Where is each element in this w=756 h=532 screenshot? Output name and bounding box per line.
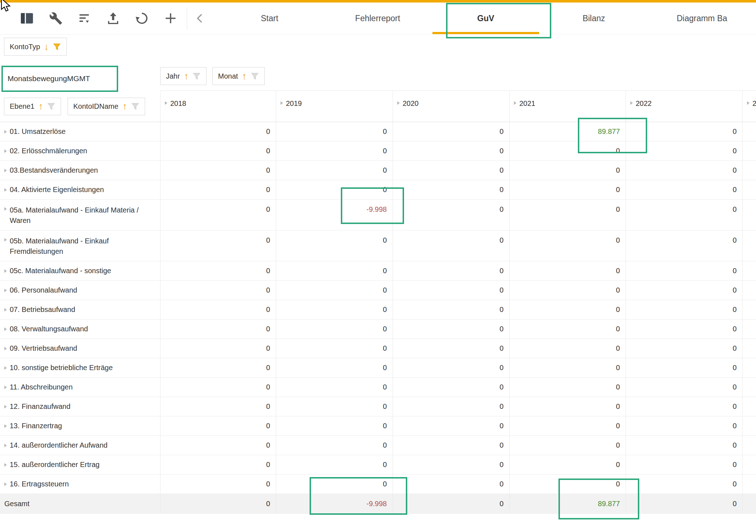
value-cell: 0	[509, 416, 626, 435]
filter-funnel-icon[interactable]	[47, 102, 55, 111]
row-label-cell[interactable]: 05c. Materialaufwand - sonstige	[0, 261, 160, 280]
expand-row-icon[interactable]	[4, 347, 7, 350]
filter-funnel-icon[interactable]	[251, 72, 259, 80]
pivot-table: Ebene1 ↑ KontoIDName ↑ 20182019202020212…	[0, 90, 756, 514]
expand-row-icon[interactable]	[4, 308, 7, 312]
row-label-cell[interactable]: 03.Bestandsveränderungen	[0, 161, 160, 180]
expand-column-icon[interactable]	[397, 101, 400, 105]
column-header-2020[interactable]: 2020	[393, 90, 509, 122]
sort-ascending-icon[interactable]: ↑	[38, 102, 43, 111]
value-cell: 0	[160, 300, 276, 319]
expand-row-icon[interactable]	[4, 405, 7, 409]
expand-row-icon[interactable]	[4, 188, 7, 192]
value-cell: 0	[509, 436, 626, 455]
row-label: 12. Finanzaufwand	[10, 402, 70, 411]
value-cell-clipped	[742, 397, 756, 416]
row-label-cell[interactable]: 05a. Materialaufwand - Einkauf Materia /…	[0, 200, 160, 230]
row-label-cell[interactable]: 16. Ertragssteuern	[0, 475, 160, 494]
value-cell: -9.998	[276, 494, 393, 513]
column-header-2019[interactable]: 2019	[276, 90, 393, 122]
panel-button[interactable]	[19, 10, 35, 27]
tab-diagramm[interactable]: Diagramm Ba	[648, 3, 756, 34]
tab-scroll-left-button[interactable]	[191, 9, 209, 28]
expand-row-icon[interactable]	[4, 327, 7, 331]
value-cell: 0	[626, 358, 742, 377]
row-label-cell[interactable]: 05b. Materialaufwand - Einkauf Fremdleis…	[0, 230, 160, 261]
row-label-cell[interactable]: 04. Aktivierte Eigenleistungen	[0, 180, 160, 199]
history-button[interactable]	[134, 10, 150, 27]
filter-funnel-icon[interactable]	[53, 43, 61, 51]
row-label-cell[interactable]: 14. außerordentlicher Aufwand	[0, 436, 160, 455]
row-label-cell[interactable]: 10. sonstige betriebliche Erträge	[0, 358, 160, 377]
column-header-2018[interactable]: 2018	[160, 90, 276, 122]
expand-column-icon[interactable]	[514, 101, 516, 105]
sort-ascending-icon[interactable]: ↑	[184, 71, 189, 81]
filter-funnel-icon[interactable]	[193, 72, 201, 80]
column-header-2021[interactable]: 2021	[509, 90, 626, 122]
row-label: 11. Abschreibungen	[10, 383, 73, 391]
expand-row-icon[interactable]	[4, 289, 7, 292]
value-cell-clipped	[742, 416, 756, 435]
tab-bilanz[interactable]: Bilanz	[540, 3, 648, 34]
row-label-cell[interactable]: 15. außerordentlicher Ertrag	[0, 455, 160, 474]
kontotyp-filter-chip[interactable]: KontoTyp ↓	[4, 38, 67, 56]
row-label-cell[interactable]: 09. Vertriebsaufwand	[0, 339, 160, 358]
expand-row-icon[interactable]	[4, 149, 7, 153]
filter-funnel-icon[interactable]	[131, 102, 139, 111]
expand-row-icon[interactable]	[4, 482, 7, 486]
expand-row-icon[interactable]	[4, 386, 7, 389]
expand-column-icon[interactable]	[280, 101, 283, 105]
row-label-cell[interactable]: 08. Verwaltungsaufwand	[0, 319, 160, 339]
expand-row-icon[interactable]	[4, 269, 7, 273]
value-cell-clipped	[742, 475, 756, 494]
expand-row-icon[interactable]	[4, 169, 7, 172]
row-label-cell[interactable]: 02. Erlösschmälerungen	[0, 141, 160, 160]
value-cell: 0	[276, 230, 393, 261]
sort-options-button[interactable]	[76, 10, 93, 27]
expand-row-icon[interactable]	[4, 238, 7, 242]
settings-button[interactable]	[47, 10, 64, 27]
jahr-field-chip[interactable]: Jahr ↑	[160, 67, 207, 85]
row-label: 09. Vertriebsaufwand	[10, 344, 77, 353]
sort-ascending-icon[interactable]: ↑	[122, 102, 127, 111]
table-row: 14. außerordentlicher Aufwand00000	[0, 436, 756, 455]
expand-row-icon[interactable]	[4, 130, 7, 134]
row-label-cell[interactable]: 12. Finanzaufwand	[0, 397, 160, 416]
expand-row-icon[interactable]	[4, 424, 7, 428]
export-button[interactable]	[105, 10, 121, 27]
sort-ascending-icon[interactable]: ↑	[242, 71, 247, 81]
add-button[interactable]	[162, 10, 179, 27]
expand-column-icon[interactable]	[165, 101, 167, 105]
expand-column-icon[interactable]	[747, 101, 750, 105]
row-label: 05a. Materialaufwand - Einkauf Materia /…	[10, 205, 155, 226]
expand-row-icon[interactable]	[4, 366, 7, 370]
ebene1-field-chip[interactable]: Ebene1 ↑	[4, 98, 61, 115]
expand-column-icon[interactable]	[630, 101, 633, 105]
monat-field-chip[interactable]: Monat ↑	[212, 67, 265, 85]
value-cell: 0	[626, 455, 742, 474]
row-label: 07. Betriebsaufwand	[10, 305, 75, 314]
value-cell-clipped	[742, 436, 756, 455]
column-header-2022[interactable]: 2022	[626, 90, 742, 122]
value-cell-clipped	[742, 261, 756, 280]
value-cell-clipped	[742, 455, 756, 474]
expand-row-icon[interactable]	[4, 207, 7, 211]
tab-fehlerreport[interactable]: Fehlerreport	[324, 3, 432, 34]
row-label-cell[interactable]: 01. Umsatzerlöse	[0, 122, 160, 141]
sort-descending-icon[interactable]: ↓	[44, 42, 49, 52]
column-header-2[interactable]: 2	[742, 90, 756, 122]
row-label-cell[interactable]: 06. Personalaufwand	[0, 281, 160, 300]
kontotyp-label: KontoTyp	[10, 43, 40, 51]
row-label-cell[interactable]: 13. Finanzertrag	[0, 416, 160, 435]
expand-row-icon[interactable]	[4, 444, 7, 447]
kontoidname-field-chip[interactable]: KontoIDName ↑	[68, 98, 145, 115]
tab-guv[interactable]: GuV	[432, 3, 540, 34]
expand-row-icon[interactable]	[4, 463, 7, 467]
monat-label: Monat	[218, 72, 238, 80]
row-label-cell[interactable]: 11. Abschreibungen	[0, 378, 160, 397]
value-cell: 0	[160, 230, 276, 261]
row-label-cell[interactable]: 07. Betriebsaufwand	[0, 300, 160, 319]
value-cell: 0	[393, 281, 509, 300]
tab-start[interactable]: Start	[215, 3, 324, 34]
row-label: 05c. Materialaufwand - sonstige	[10, 267, 111, 275]
